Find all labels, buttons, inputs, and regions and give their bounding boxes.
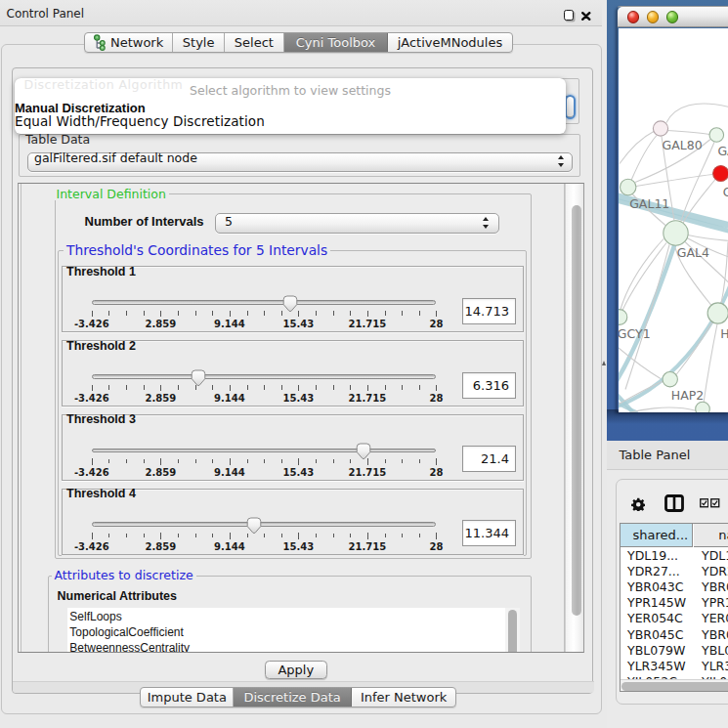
table-row[interactable]: YLR345WYLR345W xyxy=(621,659,728,674)
table-data-combobox[interactable]: galFiltered.sif default node xyxy=(27,152,573,172)
number-of-intervals-label: Number of Intervals xyxy=(85,214,204,229)
major-tick xyxy=(298,458,299,465)
threshold-value-field[interactable]: 21.4 xyxy=(462,446,517,472)
table-row[interactable]: YDR27...YDR27... xyxy=(621,564,728,579)
table-panel-container: shared... name YDL19...YDL19...YDR27...Y… xyxy=(616,479,728,705)
tab-select[interactable]: Select xyxy=(225,33,284,52)
close-icon[interactable] xyxy=(581,12,591,21)
checkbox-checked-icon[interactable] xyxy=(710,498,720,508)
attribute-item[interactable]: SelfLoops xyxy=(69,610,121,625)
tick-label: 28 xyxy=(429,393,443,404)
threshold-value-field[interactable]: 11.344 xyxy=(462,520,517,546)
slider-thumb[interactable] xyxy=(282,295,298,313)
zoom-traffic-light[interactable] xyxy=(666,11,679,23)
table-row[interactable]: YPR145WYPR145W xyxy=(621,595,728,611)
attributes-list-scrollbar[interactable] xyxy=(505,608,519,653)
slider-thumb[interactable] xyxy=(191,369,206,387)
popup-prompt-item[interactable]: Select algorithm to view settings xyxy=(190,83,391,98)
network-node-HAP2[interactable] xyxy=(663,371,677,386)
scrollbar-thumb[interactable] xyxy=(572,205,581,616)
network-node-pink[interactable] xyxy=(653,120,667,135)
minor-tick xyxy=(316,311,317,316)
edge-gray xyxy=(666,104,728,122)
slider-track[interactable] xyxy=(92,522,437,527)
tab-infer-network[interactable]: Infer Network xyxy=(352,688,456,707)
horizontal-scrollbar[interactable] xyxy=(621,679,728,693)
column-header-name[interactable]: name xyxy=(694,524,728,547)
minor-tick xyxy=(350,459,351,464)
minor-tick xyxy=(264,459,265,464)
network-node-GCY1[interactable] xyxy=(619,309,627,324)
number-of-intervals-combobox[interactable]: 5 xyxy=(215,213,499,234)
minor-tick xyxy=(178,459,179,464)
split-table-icon[interactable] xyxy=(664,494,684,512)
major-tick xyxy=(230,458,231,465)
minor-tick xyxy=(144,385,145,390)
major-tick xyxy=(92,458,93,465)
scrollbar-thumb[interactable] xyxy=(508,610,518,653)
cell-name: YER054C xyxy=(702,611,728,626)
node-table[interactable]: shared... name YDL19...YDL19...YDR27...Y… xyxy=(620,523,728,692)
edge-gray xyxy=(667,130,709,134)
column-header-shared-name[interactable]: shared... xyxy=(621,524,694,547)
gear-icon[interactable] xyxy=(631,497,646,512)
network-node-red[interactable] xyxy=(713,165,728,181)
popup-item-equal-width[interactable]: Equal Width/Frequency Discretization xyxy=(15,113,265,129)
float-window-icon[interactable] xyxy=(564,10,574,21)
group-title-attributes: Attributes to discretize xyxy=(52,570,196,581)
cell-name: YPR145W xyxy=(702,595,728,611)
table-header-row: shared... name xyxy=(621,524,728,547)
splitter-collapse-icon[interactable] xyxy=(602,361,606,365)
tab-jactivemnodules[interactable]: jActiveMNodules xyxy=(388,33,511,52)
network-node-n2[interactable] xyxy=(709,127,724,142)
apply-button[interactable]: Apply xyxy=(265,661,327,680)
table-row[interactable]: YDL19...YDL19... xyxy=(621,548,728,564)
tab-style[interactable]: Style xyxy=(173,33,225,52)
network-node-GAL11[interactable] xyxy=(621,179,636,194)
table-row[interactable]: YBR045CYBR045C xyxy=(621,627,728,643)
major-tick xyxy=(298,311,299,318)
tab-network[interactable]: Network xyxy=(85,33,173,52)
attribute-item[interactable]: TopologicalCoefficient xyxy=(69,625,184,641)
scrollbar-thumb[interactable] xyxy=(621,682,728,691)
network-node-GAL4[interactable] xyxy=(664,220,688,244)
major-tick xyxy=(298,533,299,539)
table-row[interactable]: YBL079WYBL079W xyxy=(621,643,728,659)
tab-discretize-data[interactable]: Discretize Data xyxy=(234,688,351,707)
slider-thumb[interactable] xyxy=(246,517,262,535)
slider-thumb[interactable] xyxy=(356,443,371,460)
table-row[interactable]: YER054CYER054C xyxy=(621,611,728,626)
slider-track[interactable] xyxy=(92,374,437,379)
cell-shared-name: YLR345W xyxy=(627,659,686,674)
slider-track[interactable] xyxy=(92,449,437,453)
minor-tick xyxy=(350,311,351,316)
slider-track[interactable] xyxy=(92,300,437,305)
major-tick xyxy=(92,385,93,392)
vertical-scrollbar[interactable] xyxy=(565,184,583,653)
attributes-list[interactable]: SelfLoopsTopologicalCoefficientBetweenne… xyxy=(67,608,505,653)
tab-impute-data[interactable]: Impute Data xyxy=(141,688,234,707)
network-node-n9[interactable] xyxy=(696,402,710,412)
minor-tick xyxy=(350,385,351,390)
tab-label: Impute Data xyxy=(148,690,227,705)
network-node-H[interactable] xyxy=(707,302,728,322)
minor-tick xyxy=(419,534,420,538)
checkbox-checked-icon[interactable] xyxy=(700,498,709,508)
tick-label: 28 xyxy=(429,541,443,552)
network-canvas[interactable]: GAL80GAGAL11GGAL4GCY1HHAP2 xyxy=(619,28,728,413)
threshold-value-field[interactable]: 14.713 xyxy=(462,298,517,324)
attribute-item[interactable]: BetweennessCentrality xyxy=(69,641,190,653)
threshold-value-field[interactable]: 6.316 xyxy=(462,372,517,399)
minimize-traffic-light[interactable] xyxy=(647,11,660,23)
group-title-discretization-algorithm: Discretization Algorithm xyxy=(24,77,184,92)
close-traffic-light[interactable] xyxy=(627,11,640,23)
minor-tick xyxy=(333,385,334,390)
threshold-row-3: Threshold 3-3.4262.8599.14415.4321.71528… xyxy=(62,414,524,481)
number-of-intervals-value: 5 xyxy=(225,214,233,231)
tab-cyni-toolbox[interactable]: Cyni Toolbox xyxy=(284,33,389,52)
table-row[interactable]: YBR043CYBR043C xyxy=(621,579,728,595)
network-window-titlebar[interactable] xyxy=(618,7,728,27)
edge-gray xyxy=(704,323,717,403)
minor-tick xyxy=(419,385,420,390)
cell-shared-name: YBR043C xyxy=(627,579,683,595)
